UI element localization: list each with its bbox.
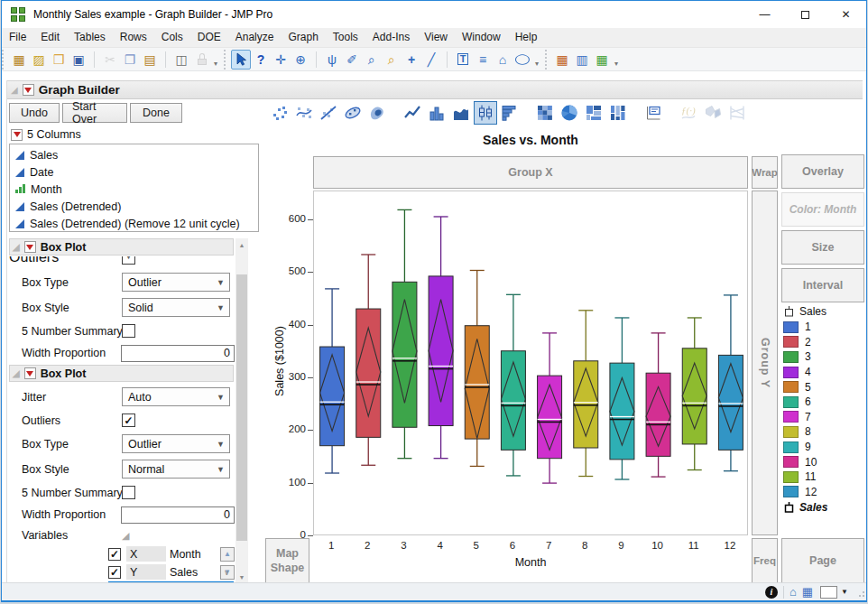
palette-heatmap-icon[interactable]	[533, 101, 557, 125]
box-month-9[interactable]	[610, 318, 634, 479]
move-up-button[interactable]: ▲	[220, 547, 235, 562]
panel-scroll-chevron-icon[interactable]: ∨	[224, 568, 230, 577]
annotate-plus-icon[interactable]: +	[402, 50, 421, 70]
column-item[interactable]: Sales	[10, 146, 258, 163]
legend-footer-row[interactable]: Sales	[783, 499, 864, 516]
palette-pie-icon[interactable]	[558, 101, 581, 125]
jitter-select[interactable]: Auto▼	[122, 387, 230, 406]
resize-grip[interactable]	[855, 588, 864, 597]
column-item[interactable]: Month	[10, 181, 258, 198]
panel-header[interactable]: ◢Box Plot	[9, 238, 234, 256]
menu-help[interactable]: Help	[508, 28, 545, 47]
legend-item-month-5[interactable]: 5	[783, 379, 864, 395]
checkbox[interactable]: ✓	[108, 566, 121, 579]
oval-annotation-icon[interactable]: ◯	[512, 50, 532, 70]
palette-line-of-fit-icon[interactable]	[317, 101, 340, 125]
column-item[interactable]: Sales (Detrended) (Remove 12 unit cycle)	[10, 215, 258, 232]
box-month-10[interactable]	[646, 333, 670, 477]
map-shape-drop-zone[interactable]: Map Shape	[265, 538, 309, 583]
home-window-icon[interactable]: ⌂	[790, 586, 797, 598]
legend-item-month-8[interactable]: 8	[783, 424, 864, 440]
checkbox[interactable]: ▾	[122, 256, 135, 265]
info-icon[interactable]: i	[765, 586, 778, 599]
checkbox[interactable]: ✓	[108, 548, 121, 561]
box-type-select[interactable]: Outlier▼	[122, 434, 230, 453]
menu-tables[interactable]: Tables	[67, 28, 113, 47]
magnifier-tool-icon[interactable]: ⌕	[362, 50, 382, 70]
palette-mosaic-icon[interactable]	[606, 101, 630, 125]
checkbox[interactable]	[122, 486, 135, 499]
menu-analyze[interactable]: Analyze	[228, 28, 282, 47]
new-data-table-icon[interactable]: ▦	[9, 50, 29, 70]
variables-disclosure-icon[interactable]: ◢	[122, 530, 129, 542]
palette-histogram-icon[interactable]	[498, 101, 522, 125]
graph-builder-header[interactable]: ◢ Graph Builder	[7, 80, 863, 99]
menu-graph[interactable]: Graph	[281, 28, 325, 47]
palette-bar-icon[interactable]	[425, 101, 448, 125]
checkbox[interactable]	[122, 324, 135, 338]
box-month-2[interactable]	[356, 255, 381, 465]
window-layout-icon[interactable]: ◫	[171, 50, 191, 70]
menu-tools[interactable]: Tools	[326, 28, 365, 47]
width-proportion-input[interactable]: 0	[121, 345, 235, 362]
legend-item-month-7[interactable]: 7	[783, 410, 864, 425]
column-item[interactable]: Sales (Detrended)	[10, 198, 258, 215]
menu-edit[interactable]: Edit	[33, 28, 67, 47]
legend-item-month-1[interactable]: 1	[783, 320, 864, 335]
variable-row-y[interactable]: ✓YSales▼	[108, 563, 234, 581]
palette-treemap-icon[interactable]	[582, 101, 605, 125]
box-style-select[interactable]: Normal▼	[122, 460, 230, 479]
legend-item-month-11[interactable]: 11	[783, 469, 864, 485]
help-tool-icon[interactable]: ?	[251, 50, 271, 70]
box-type-select[interactable]: Outlier▼	[122, 273, 230, 292]
start-over-button[interactable]: Start Over	[62, 103, 127, 123]
palette-ellipse-icon[interactable]	[341, 101, 365, 125]
column-switcher-icon[interactable]: ▥	[572, 50, 592, 70]
palette-area-icon[interactable]	[449, 101, 473, 125]
checkbox[interactable]: ✓	[122, 414, 135, 427]
maximize-button[interactable]	[785, 1, 826, 28]
menu-addins[interactable]: Add-Ins	[365, 28, 417, 47]
menu-doe[interactable]: DOE	[190, 28, 228, 47]
polygon-annotation-icon[interactable]: ⌂	[493, 50, 512, 70]
palette-smoother-icon[interactable]	[292, 101, 316, 125]
disclosure-icon[interactable]: ◢	[13, 243, 20, 252]
menu-view[interactable]: View	[417, 28, 455, 47]
columns-panel-header[interactable]: 5 Columns	[11, 127, 81, 142]
close-button[interactable]: ✕	[826, 1, 866, 28]
arrow-annotation-icon[interactable]: ≡	[473, 50, 493, 70]
panel-header[interactable]: ◢Box Plot	[9, 365, 234, 382]
box-month-7[interactable]	[538, 333, 562, 483]
box-style-select[interactable]: Solid▼	[122, 298, 230, 317]
panel-scrollbar[interactable]: ▲ ▼	[235, 238, 248, 583]
dropdown-arrow-icon[interactable]: ▼	[841, 588, 848, 596]
red-triangle-menu-icon[interactable]	[11, 129, 23, 141]
overlay-drop-zone[interactable]: Overlay	[781, 154, 864, 189]
legend-item-month-12[interactable]: 12	[783, 485, 864, 500]
interval-drop-zone[interactable]: Interval	[781, 268, 864, 302]
red-triangle-menu-icon[interactable]	[24, 241, 36, 253]
grabber-tool-icon[interactable]: ψ	[322, 50, 342, 70]
color-well[interactable]	[820, 586, 837, 599]
variable-row-x[interactable]: ✓XMonth▲	[108, 545, 234, 562]
move-tool-icon[interactable]: ✛	[271, 50, 291, 70]
disclosure-icon[interactable]: ◢	[13, 369, 20, 378]
zoom-tool-icon[interactable]: ⌕	[382, 50, 402, 70]
new-journal-icon[interactable]: ▨	[29, 50, 49, 70]
palette-box-plot-icon[interactable]	[474, 101, 497, 125]
paste-icon[interactable]: ▤	[140, 50, 160, 70]
undo-button[interactable]: Undo	[9, 103, 60, 123]
box-month-8[interactable]	[574, 311, 598, 477]
copy-icon[interactable]: ❐	[120, 50, 140, 70]
plot-area[interactable]	[313, 190, 748, 535]
done-button[interactable]: Done	[130, 103, 182, 123]
page-drop-zone[interactable]: Page	[781, 538, 864, 583]
arrow-tool-icon[interactable]	[231, 50, 251, 70]
crosshair-tool-icon[interactable]: ⊕	[291, 50, 310, 70]
menu-file[interactable]: File	[2, 28, 33, 47]
box-month-12[interactable]	[718, 295, 743, 471]
palette-contour-icon[interactable]	[365, 101, 389, 125]
column-item[interactable]: Date	[10, 163, 258, 181]
palette-points-icon[interactable]	[268, 101, 291, 125]
legend-item-month-6[interactable]: 6	[783, 395, 864, 410]
